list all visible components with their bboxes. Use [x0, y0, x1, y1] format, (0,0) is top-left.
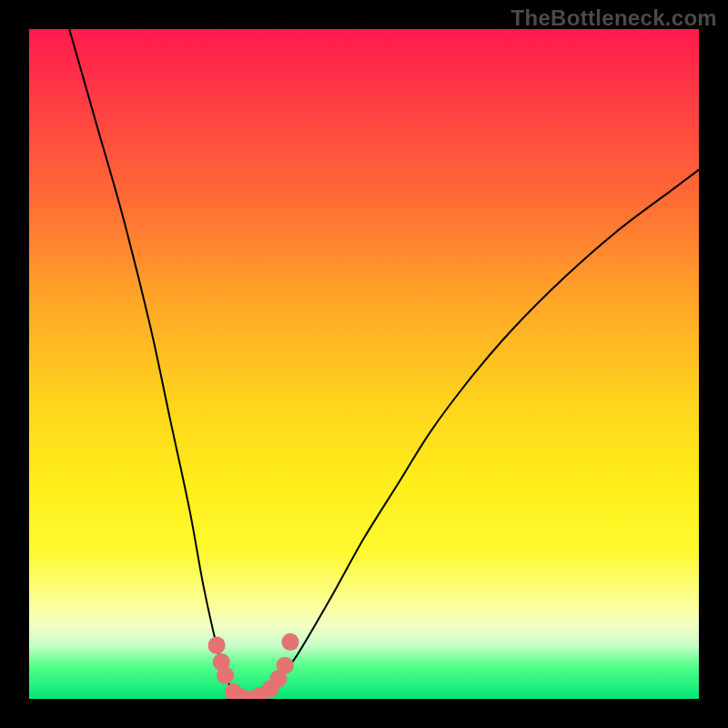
optimal-marker [281, 633, 298, 651]
chart-frame: TheBottleneck.com [0, 0, 728, 728]
watermark-text: TheBottleneck.com [511, 5, 717, 31]
optimal-marker [217, 667, 234, 684]
chart-svg [29, 29, 699, 699]
plot-area [29, 29, 699, 699]
bottleneck-curve [69, 29, 699, 699]
optimal-marker [208, 637, 226, 654]
optimal-marker [277, 657, 294, 674]
optimal-markers-group [208, 633, 299, 699]
